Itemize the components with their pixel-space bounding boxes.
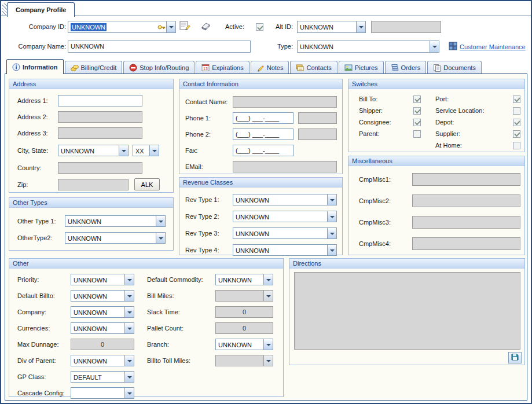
cmpmisc4-label: CmpMisc4: (359, 240, 412, 247)
customer-maintenance-link[interactable]: Customer Maintenance (460, 43, 526, 50)
chevron-down-icon[interactable] (430, 41, 439, 52)
div-of-parent-combo[interactable]: UNKNOWN (71, 355, 134, 366)
rev-type4-label: Rev Type 4: (185, 247, 233, 254)
email-label: EMail: (185, 163, 233, 170)
tab-information[interactable]: Information (6, 59, 64, 74)
currencies-combo[interactable]: UNKNOWN (71, 322, 134, 334)
gp-class-combo[interactable]: DEFAULT (71, 371, 134, 383)
chevron-down-icon[interactable] (263, 274, 273, 285)
cascade-config-combo[interactable] (71, 387, 134, 399)
bill-to-label: Bill To: (359, 96, 413, 102)
company-id-combo[interactable]: UNKNOWN (68, 21, 176, 33)
tab-notes[interactable]: Notes (251, 61, 289, 74)
chevron-down-icon[interactable] (124, 323, 134, 333)
phone1-field[interactable]: (___) ___-____ (233, 112, 293, 124)
cmpmisc3-label: CmpMisc3: (359, 219, 412, 226)
chevron-down-icon[interactable] (327, 211, 336, 222)
at-home-label: At Home: (435, 142, 513, 149)
chevron-down-icon[interactable] (327, 194, 336, 205)
shipper-checkbox (413, 107, 421, 115)
miscellaneous-group: Miscellaneous CmpMisc1: CmpMisc2: CmpMis… (348, 156, 525, 255)
chevron-down-icon[interactable] (166, 21, 175, 32)
branch-combo[interactable]: UNKNOWN (215, 339, 273, 350)
eraser-button[interactable] (200, 21, 211, 32)
default-commodity-label: Default Commodity: (147, 276, 215, 283)
default-commodity-combo[interactable]: UNKNOWN (215, 274, 273, 285)
chevron-down-icon[interactable] (124, 372, 134, 382)
type-combo[interactable]: UNKNOWN (297, 41, 439, 53)
edit-letter-button[interactable] (179, 20, 191, 32)
revenue-classes-group-title: Revenue Classes (179, 178, 342, 188)
company-combo[interactable]: UNKNOWN (71, 306, 134, 318)
company-name-field[interactable]: UNKNOWN (68, 41, 251, 53)
gp-class-label: GP Class: (17, 373, 71, 380)
customer-maintenance-icon (449, 42, 457, 52)
address1-field[interactable] (58, 95, 142, 106)
chevron-down-icon[interactable] (124, 274, 134, 285)
bill-miles-label: Bill Miles: (147, 292, 215, 299)
tab-stop-info-routing[interactable]: Stop Info/Routing (123, 61, 195, 74)
tab-pictures[interactable]: Pictures (339, 61, 384, 74)
chevron-down-icon[interactable] (356, 21, 365, 32)
rev-type1-combo[interactable]: UNKNOWN (233, 194, 337, 205)
chevron-down-icon[interactable] (156, 216, 165, 226)
default-billto-combo[interactable]: UNKNOWN (71, 290, 134, 302)
company-label: Company: (17, 308, 71, 315)
depot-checkbox (513, 119, 520, 126)
other-type2-combo[interactable]: UNKNOWN (65, 232, 166, 244)
phone2-field[interactable]: (___) ___-____ (233, 128, 293, 140)
chevron-down-icon[interactable] (156, 233, 165, 243)
chevron-down-icon[interactable] (124, 388, 134, 398)
chevron-down-icon[interactable] (327, 245, 336, 255)
tab-contacts[interactable]: Contacts (290, 61, 337, 74)
other-type1-combo[interactable]: UNKNOWN (65, 215, 166, 227)
type-label: Type: (263, 41, 293, 53)
chevron-down-icon[interactable] (327, 228, 336, 238)
rev-type3-combo[interactable]: UNKNOWN (233, 227, 337, 239)
chevron-down-icon[interactable] (124, 291, 134, 301)
phone2-label: Phone 2: (185, 131, 233, 138)
chevron-down-icon[interactable] (263, 339, 273, 350)
priority-combo[interactable]: UNKNOWN (71, 274, 134, 285)
address2-label: Address 2: (17, 113, 58, 120)
cascade-config-label: Cascade Config: (17, 390, 71, 396)
svg-text:13: 13 (203, 67, 208, 71)
parent-label: Parent: (359, 130, 413, 137)
revenue-classes-group: Revenue Classes Rev Type 1: UNKNOWN Rev … (179, 177, 343, 255)
company-profile-window: Company Profile Company ID: UNKNOWN Acti… (0, 0, 532, 404)
state-combo[interactable]: XX (133, 145, 159, 156)
calendar-icon: 13 (201, 64, 210, 72)
tab-expirations[interactable]: 13 Expirations (196, 61, 249, 74)
chevron-down-icon[interactable] (124, 307, 134, 317)
tab-documents[interactable]: Documents (427, 61, 482, 74)
other-type2-label: OtherType2: (17, 234, 65, 241)
chevron-down-icon[interactable] (124, 355, 134, 366)
city-combo[interactable]: UNKNOWN (58, 145, 129, 156)
rev-type3-label: Rev Type 3: (185, 230, 233, 237)
type-value: UNKNOWN (298, 41, 430, 52)
rev-type4-combo[interactable]: UNKNOWN (233, 244, 337, 256)
company-profile-tab[interactable]: Company Profile (7, 2, 75, 17)
save-directions-button[interactable] (508, 352, 522, 363)
info-icon (12, 63, 20, 71)
picture-icon (344, 64, 353, 72)
alk-button[interactable]: ALK (134, 178, 160, 190)
contact-information-group: Contact Information Contact Name: Phone … (179, 79, 343, 174)
default-billto-label: Default Billto: (17, 292, 71, 299)
port-checkbox (513, 96, 520, 103)
other-type1-label: Other Type 1: (17, 218, 65, 225)
window-title: Company Profile (16, 6, 66, 13)
country-field (58, 162, 142, 174)
alt-id-combo[interactable]: UNKNOWN (297, 21, 366, 33)
chevron-down-icon[interactable] (119, 145, 128, 156)
address1-label: Address 1: (17, 97, 58, 104)
parent-checkbox (413, 130, 421, 138)
tab-billing-credit[interactable]: Billing/Credit (65, 61, 123, 74)
key-icon[interactable] (156, 21, 166, 32)
rev-type2-combo[interactable]: UNKNOWN (233, 211, 337, 222)
contact-name-field (233, 96, 337, 108)
fax-field[interactable]: (___) ___-____ (233, 145, 293, 156)
chevron-down-icon[interactable] (149, 145, 159, 156)
phone1-label: Phone 1: (185, 115, 233, 122)
tab-orders[interactable]: Orders (385, 61, 427, 74)
